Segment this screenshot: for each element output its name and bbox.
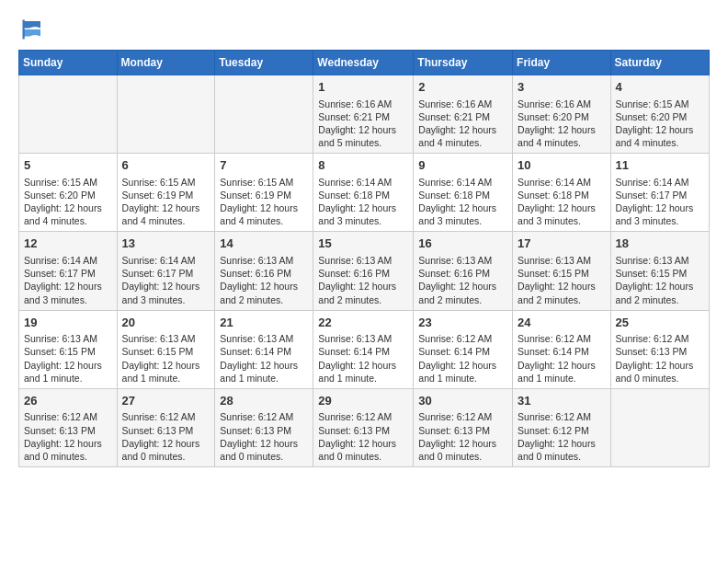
day-info: Sunrise: 6:14 AMSunset: 6:17 PMDaylight:… <box>616 176 704 228</box>
day-info: Sunrise: 6:14 AMSunset: 6:18 PMDaylight:… <box>518 176 606 228</box>
day-info: Sunrise: 6:12 AMSunset: 6:13 PMDaylight:… <box>24 410 112 463</box>
calendar-cell: 10Sunrise: 6:14 AMSunset: 6:18 PMDayligh… <box>513 154 611 232</box>
day-number: 15 <box>318 236 408 252</box>
week-row-4: 19Sunrise: 6:13 AMSunset: 6:15 PMDayligh… <box>19 310 710 388</box>
calendar-cell: 23Sunrise: 6:12 AMSunset: 6:14 PMDayligh… <box>414 310 513 388</box>
logo <box>18 18 50 40</box>
calendar-cell: 24Sunrise: 6:12 AMSunset: 6:14 PMDayligh… <box>513 310 611 388</box>
week-row-2: 5Sunrise: 6:15 AMSunset: 6:20 PMDaylight… <box>19 154 710 232</box>
calendar-cell: 17Sunrise: 6:13 AMSunset: 6:15 PMDayligh… <box>513 232 611 310</box>
day-number: 19 <box>24 315 112 331</box>
day-number: 27 <box>122 393 210 409</box>
day-header-sunday: Sunday <box>19 51 118 75</box>
day-number: 28 <box>220 393 308 409</box>
day-info: Sunrise: 6:13 AMSunset: 6:16 PMDaylight:… <box>418 254 507 306</box>
svg-rect-1 <box>23 20 25 40</box>
day-info: Sunrise: 6:13 AMSunset: 6:15 PMDaylight:… <box>616 254 704 306</box>
day-info: Sunrise: 6:12 AMSunset: 6:13 PMDaylight:… <box>418 410 507 463</box>
day-number: 11 <box>616 157 704 174</box>
day-number: 5 <box>24 157 112 174</box>
day-info: Sunrise: 6:12 AMSunset: 6:13 PMDaylight:… <box>122 410 210 463</box>
week-row-3: 12Sunrise: 6:14 AMSunset: 6:17 PMDayligh… <box>19 232 710 310</box>
day-number: 4 <box>616 79 704 96</box>
week-row-1: 1Sunrise: 6:16 AMSunset: 6:21 PMDaylight… <box>19 75 710 154</box>
day-info: Sunrise: 6:15 AMSunset: 6:19 PMDaylight:… <box>122 176 210 228</box>
day-number: 30 <box>418 393 507 409</box>
calendar-cell: 18Sunrise: 6:13 AMSunset: 6:15 PMDayligh… <box>610 232 709 310</box>
calendar-cell: 1Sunrise: 6:16 AMSunset: 6:21 PMDaylight… <box>313 75 414 154</box>
day-number: 8 <box>318 157 408 174</box>
week-row-5: 26Sunrise: 6:12 AMSunset: 6:13 PMDayligh… <box>19 388 710 466</box>
calendar-cell: 2Sunrise: 6:16 AMSunset: 6:21 PMDaylight… <box>414 75 513 154</box>
day-info: Sunrise: 6:16 AMSunset: 6:20 PMDaylight:… <box>518 98 606 150</box>
day-number: 25 <box>616 315 704 331</box>
day-header-thursday: Thursday <box>414 51 513 75</box>
day-number: 10 <box>518 157 606 174</box>
calendar-cell: 6Sunrise: 6:15 AMSunset: 6:19 PMDaylight… <box>117 154 215 232</box>
day-header-tuesday: Tuesday <box>215 51 313 75</box>
day-number: 31 <box>518 393 606 409</box>
day-number: 1 <box>318 79 408 96</box>
calendar-cell: 11Sunrise: 6:14 AMSunset: 6:17 PMDayligh… <box>610 154 709 232</box>
calendar-cell: 7Sunrise: 6:15 AMSunset: 6:19 PMDaylight… <box>215 154 313 232</box>
calendar-cell: 20Sunrise: 6:13 AMSunset: 6:15 PMDayligh… <box>117 310 215 388</box>
day-info: Sunrise: 6:12 AMSunset: 6:13 PMDaylight:… <box>616 332 704 385</box>
day-number: 2 <box>418 79 507 96</box>
calendar-table: SundayMondayTuesdayWednesdayThursdayFrid… <box>18 50 710 467</box>
calendar-cell: 3Sunrise: 6:16 AMSunset: 6:20 PMDaylight… <box>513 75 611 154</box>
day-info: Sunrise: 6:13 AMSunset: 6:15 PMDaylight:… <box>24 332 112 385</box>
day-number: 18 <box>616 236 704 252</box>
calendar-cell: 21Sunrise: 6:13 AMSunset: 6:14 PMDayligh… <box>215 310 313 388</box>
page-header <box>18 18 710 40</box>
calendar-cell: 15Sunrise: 6:13 AMSunset: 6:16 PMDayligh… <box>313 232 414 310</box>
logo-icon <box>18 18 46 40</box>
day-header-saturday: Saturday <box>610 51 709 75</box>
day-number: 26 <box>24 393 112 409</box>
calendar-cell: 5Sunrise: 6:15 AMSunset: 6:20 PMDaylight… <box>19 154 118 232</box>
day-info: Sunrise: 6:13 AMSunset: 6:15 PMDaylight:… <box>122 332 210 385</box>
day-info: Sunrise: 6:15 AMSunset: 6:20 PMDaylight:… <box>24 176 112 228</box>
calendar-cell: 16Sunrise: 6:13 AMSunset: 6:16 PMDayligh… <box>414 232 513 310</box>
day-info: Sunrise: 6:15 AMSunset: 6:20 PMDaylight:… <box>616 98 704 150</box>
day-info: Sunrise: 6:14 AMSunset: 6:17 PMDaylight:… <box>24 254 112 306</box>
day-info: Sunrise: 6:16 AMSunset: 6:21 PMDaylight:… <box>318 98 408 150</box>
calendar-cell <box>117 75 215 154</box>
day-info: Sunrise: 6:13 AMSunset: 6:14 PMDaylight:… <box>318 332 408 385</box>
day-header-friday: Friday <box>513 51 611 75</box>
day-info: Sunrise: 6:12 AMSunset: 6:14 PMDaylight:… <box>518 332 606 385</box>
day-number: 9 <box>418 157 507 174</box>
day-number: 6 <box>122 157 210 174</box>
day-info: Sunrise: 6:13 AMSunset: 6:16 PMDaylight:… <box>318 254 408 306</box>
day-info: Sunrise: 6:13 AMSunset: 6:16 PMDaylight:… <box>220 254 308 306</box>
calendar-cell: 4Sunrise: 6:15 AMSunset: 6:20 PMDaylight… <box>610 75 709 154</box>
day-info: Sunrise: 6:14 AMSunset: 6:18 PMDaylight:… <box>418 176 507 228</box>
calendar-cell: 22Sunrise: 6:13 AMSunset: 6:14 PMDayligh… <box>313 310 414 388</box>
day-info: Sunrise: 6:12 AMSunset: 6:13 PMDaylight:… <box>318 410 408 463</box>
day-info: Sunrise: 6:13 AMSunset: 6:15 PMDaylight:… <box>518 254 606 306</box>
calendar-cell: 12Sunrise: 6:14 AMSunset: 6:17 PMDayligh… <box>19 232 118 310</box>
calendar-cell: 30Sunrise: 6:12 AMSunset: 6:13 PMDayligh… <box>414 388 513 466</box>
day-info: Sunrise: 6:14 AMSunset: 6:17 PMDaylight:… <box>122 254 210 306</box>
day-number: 24 <box>518 315 606 331</box>
calendar-cell <box>19 75 118 154</box>
day-number: 22 <box>318 315 408 331</box>
calendar-cell: 31Sunrise: 6:12 AMSunset: 6:12 PMDayligh… <box>513 388 611 466</box>
day-number: 16 <box>418 236 507 252</box>
day-header-monday: Monday <box>117 51 215 75</box>
day-number: 17 <box>518 236 606 252</box>
day-info: Sunrise: 6:14 AMSunset: 6:18 PMDaylight:… <box>318 176 408 228</box>
day-info: Sunrise: 6:13 AMSunset: 6:14 PMDaylight:… <box>220 332 308 385</box>
calendar-cell: 8Sunrise: 6:14 AMSunset: 6:18 PMDaylight… <box>313 154 414 232</box>
calendar-header-row: SundayMondayTuesdayWednesdayThursdayFrid… <box>19 51 710 75</box>
day-info: Sunrise: 6:12 AMSunset: 6:13 PMDaylight:… <box>220 410 308 463</box>
day-number: 29 <box>318 393 408 409</box>
day-info: Sunrise: 6:15 AMSunset: 6:19 PMDaylight:… <box>220 176 308 228</box>
calendar-cell: 9Sunrise: 6:14 AMSunset: 6:18 PMDaylight… <box>414 154 513 232</box>
day-number: 21 <box>220 315 308 331</box>
calendar-cell <box>215 75 313 154</box>
calendar-cell: 14Sunrise: 6:13 AMSunset: 6:16 PMDayligh… <box>215 232 313 310</box>
day-info: Sunrise: 6:12 AMSunset: 6:14 PMDaylight:… <box>418 332 507 385</box>
calendar-cell: 27Sunrise: 6:12 AMSunset: 6:13 PMDayligh… <box>117 388 215 466</box>
calendar-cell: 26Sunrise: 6:12 AMSunset: 6:13 PMDayligh… <box>19 388 118 466</box>
day-header-wednesday: Wednesday <box>313 51 414 75</box>
